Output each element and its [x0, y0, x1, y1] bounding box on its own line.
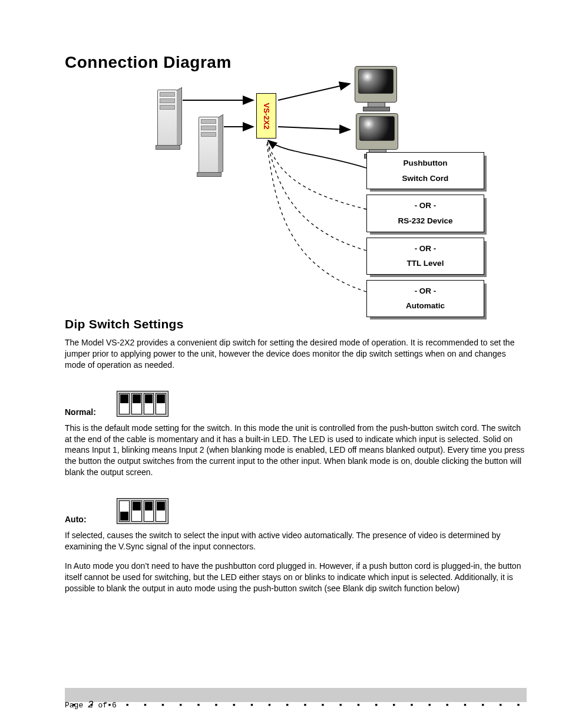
option-automatic: - OR - Automatic — [366, 280, 484, 317]
option-ttl: - OR - TTL Level — [366, 238, 484, 275]
dip-switch-normal-icon — [117, 391, 168, 417]
display-monitor-2-icon — [356, 113, 398, 150]
auto-mode-text-1: If selected, causes the switch to select… — [65, 530, 527, 552]
normal-mode-label: Normal: — [65, 407, 106, 417]
page-footer: Page 2 of 6 ■ ■ ■ ■ ■ ■ ■ ■ ■ ■ ■ ■ ■ ■ … — [65, 688, 527, 702]
source-computer-1-icon — [157, 90, 177, 147]
source-computer-2-icon — [199, 117, 219, 174]
vs-2x2-switch-icon: VS-2X2 — [256, 93, 276, 139]
switch-label: VS-2X2 — [262, 103, 271, 129]
display-monitor-1-icon — [355, 66, 397, 103]
dip-switch-auto-icon — [117, 498, 168, 524]
auto-mode-text-2: In Auto mode you don’t need to have the … — [65, 561, 527, 594]
svg-line-2 — [278, 84, 350, 100]
svg-line-3 — [278, 127, 350, 130]
connection-diagram: VS-2X2 Pushbutton Switch Cord - OR - RS-… — [101, 77, 490, 301]
option-rs232: - OR - RS-232 Device — [366, 195, 484, 232]
auto-mode-label: Auto: — [65, 515, 106, 524]
footer-dots-icon: ■ ■ ■ ■ ■ ■ ■ ■ ■ ■ ■ ■ ■ ■ ■ ■ ■ ■ ■ ■ … — [72, 703, 527, 707]
normal-mode-text: This is the default mode setting for the… — [65, 423, 527, 478]
option-pushbutton: Pushbutton Switch Cord — [366, 152, 484, 189]
dip-intro-text: The Model VS-2X2 provides a convenient d… — [65, 337, 527, 371]
page-title: Connection Diagram — [65, 53, 527, 72]
